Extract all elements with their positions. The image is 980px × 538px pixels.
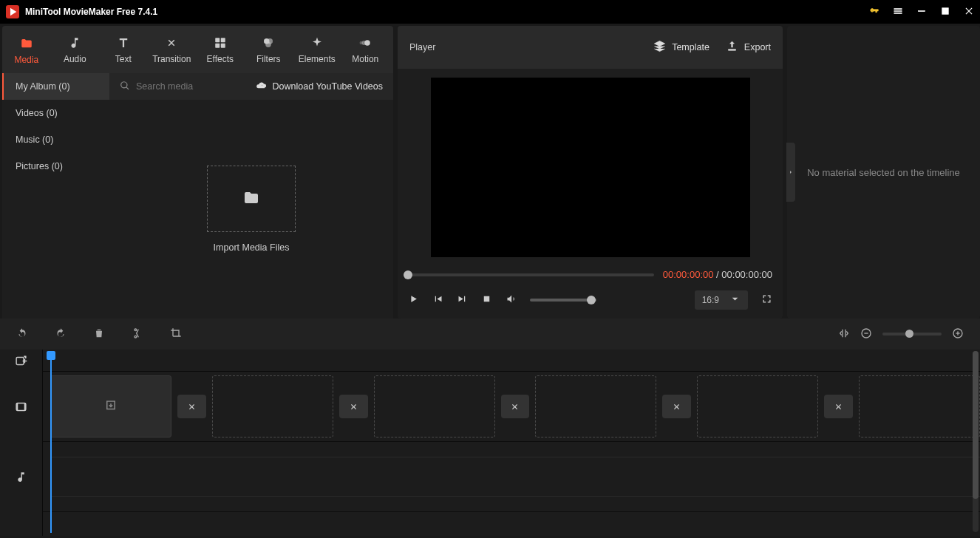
volume-thumb[interactable]: [587, 296, 596, 304]
export-icon: [726, 40, 738, 55]
next-frame-button[interactable]: [457, 293, 468, 307]
split-button[interactable]: [132, 327, 143, 341]
tab-elements[interactable]: Elements: [293, 26, 341, 73]
clip-drop-slot[interactable]: [212, 375, 333, 437]
library-panel: Media Audio Text Transition Effects Filt…: [2, 26, 393, 319]
tab-motion[interactable]: Motion: [341, 26, 390, 73]
tab-media[interactable]: Media: [2, 26, 51, 73]
playhead[interactable]: [50, 351, 52, 533]
player-panel: Player Template Export 00:00:00:00 / 00:…: [398, 26, 783, 319]
add-track-button[interactable]: [0, 350, 42, 372]
transition-slot[interactable]: [501, 395, 530, 418]
category-my-album[interactable]: My Album (0): [2, 73, 109, 100]
import-media-button[interactable]: [207, 166, 296, 232]
motion-icon: [358, 35, 372, 50]
download-youtube-link[interactable]: Download YouTube Videos: [256, 80, 383, 93]
zoom-thumb[interactable]: [905, 330, 913, 338]
video-track[interactable]: [43, 372, 980, 442]
play-button[interactable]: [408, 293, 419, 307]
tab-effects[interactable]: Effects: [196, 26, 245, 73]
tab-label: Motion: [352, 54, 378, 64]
title-bar: MiniTool MovieMaker Free 7.4.1: [0, 0, 980, 24]
video-track-icon: [0, 372, 42, 442]
tab-audio[interactable]: Audio: [51, 26, 100, 73]
library-categories: My Album (0) Videos (0) Music (0) Pictur…: [2, 73, 109, 319]
search-input[interactable]: [136, 81, 248, 92]
svg-rect-2: [215, 38, 220, 42]
svg-rect-5: [221, 43, 225, 47]
filters-icon: [262, 35, 275, 50]
tab-text[interactable]: Text: [99, 26, 148, 73]
svg-rect-21: [24, 404, 26, 411]
clip-drop-slot[interactable]: [374, 375, 495, 437]
timeline-scrollbar[interactable]: [973, 351, 979, 532]
collapse-handle[interactable]: [786, 143, 795, 202]
fullscreen-button[interactable]: [761, 293, 772, 307]
minimize-icon[interactable]: [916, 6, 927, 18]
category-pictures[interactable]: Pictures (0): [2, 153, 109, 180]
auto-fit-icon[interactable]: [838, 327, 850, 341]
upgrade-key-icon[interactable]: [869, 6, 879, 18]
zoom-out-button[interactable]: [860, 327, 872, 341]
close-icon[interactable]: [964, 6, 974, 18]
tab-label: Audio: [64, 54, 86, 64]
timeline-toolbar: [0, 319, 980, 350]
clip-drop-slot[interactable]: [50, 375, 171, 437]
category-videos[interactable]: Videos (0): [2, 100, 109, 126]
inspector-empty-text: No material selected on the timeline: [807, 167, 960, 178]
transition-slot[interactable]: [339, 395, 368, 418]
transition-icon: [165, 35, 178, 50]
template-label: Template: [672, 42, 710, 52]
search-icon: [120, 81, 130, 93]
effects-icon: [214, 35, 227, 50]
audio-track-area[interactable]: [50, 457, 980, 497]
volume-slider[interactable]: [530, 299, 596, 302]
tab-label: Text: [115, 54, 132, 64]
redo-button[interactable]: [55, 327, 67, 341]
crop-button[interactable]: [170, 327, 182, 341]
svg-point-11: [360, 41, 364, 44]
export-button[interactable]: Export: [726, 40, 771, 55]
hamburger-menu-icon[interactable]: [893, 6, 903, 18]
zoom-in-button[interactable]: [952, 327, 964, 341]
inspector-panel: No material selected on the timeline: [787, 26, 980, 319]
aspect-ratio-select[interactable]: 16:9: [695, 290, 748, 310]
scrub-thumb[interactable]: [404, 270, 412, 279]
svg-rect-14: [864, 333, 868, 333]
timeline-ruler[interactable]: [43, 350, 980, 372]
scrollbar-thumb[interactable]: [973, 351, 979, 499]
clip-drop-slot[interactable]: [535, 375, 656, 437]
video-preview: [431, 78, 750, 257]
delete-button[interactable]: [93, 327, 105, 341]
audio-track[interactable]: [43, 442, 980, 512]
svg-rect-18: [16, 357, 24, 364]
undo-button[interactable]: [16, 327, 28, 341]
clip-drop-slot[interactable]: [697, 375, 818, 437]
svg-point-8: [266, 41, 272, 47]
tab-filters[interactable]: Filters: [245, 26, 293, 73]
maximize-icon[interactable]: [940, 6, 950, 18]
tab-label: Transition: [152, 54, 191, 64]
scrub-bar[interactable]: [408, 273, 654, 276]
svg-rect-12: [484, 296, 490, 302]
stop-button[interactable]: [481, 293, 492, 307]
svg-rect-3: [221, 38, 225, 42]
tab-transition[interactable]: Transition: [148, 26, 197, 73]
chevron-down-icon: [729, 293, 741, 307]
prev-frame-button[interactable]: [432, 293, 443, 307]
category-music[interactable]: Music (0): [2, 126, 109, 153]
tab-label: Media: [14, 55, 38, 65]
volume-icon[interactable]: [506, 293, 517, 307]
tab-label: Elements: [299, 54, 336, 64]
player-title: Player: [409, 42, 637, 52]
clip-drop-slot[interactable]: [859, 375, 980, 437]
transition-slot[interactable]: [177, 395, 206, 418]
template-button[interactable]: Template: [653, 40, 710, 55]
current-time: 00:00:00:00: [663, 269, 714, 280]
transition-slot[interactable]: [662, 395, 691, 418]
export-label: Export: [744, 42, 771, 52]
transition-slot[interactable]: [824, 395, 853, 418]
zoom-slider[interactable]: [882, 333, 942, 336]
download-youtube-label: Download YouTube Videos: [273, 81, 383, 92]
time-display: 00:00:00:00 / 00:00:00:00: [663, 269, 772, 280]
